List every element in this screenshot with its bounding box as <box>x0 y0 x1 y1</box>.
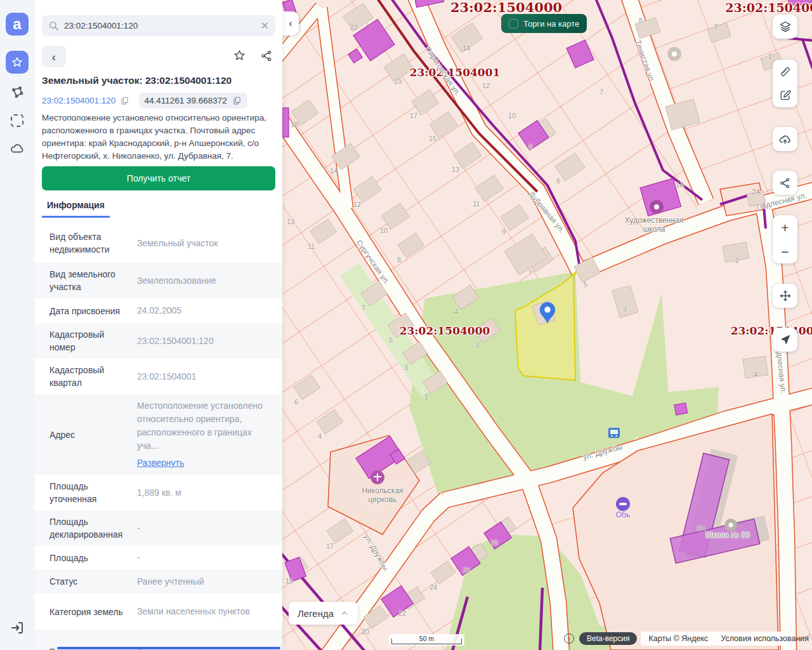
locate-icon <box>779 333 792 346</box>
exit-icon <box>10 620 25 635</box>
star-icon <box>11 56 23 69</box>
ruler-icon <box>779 65 792 78</box>
polygon-select-button[interactable] <box>6 81 29 104</box>
tab-information[interactable]: Информация <box>42 200 110 218</box>
app-logo[interactable]: a <box>6 13 29 36</box>
share-map-button[interactable] <box>773 171 797 195</box>
info-row-value: Землепользование <box>137 274 275 288</box>
pan-button[interactable] <box>773 284 797 308</box>
search-input[interactable] <box>64 21 256 30</box>
info-row: Площадь уточненная1,889 кв. м <box>34 475 282 510</box>
info-row: Вид земельного участкаЗемлепользование <box>34 263 282 298</box>
favorite-star-button[interactable] <box>230 46 249 67</box>
edit-button[interactable] <box>773 84 797 108</box>
expand-link[interactable]: Развернуть <box>137 456 275 470</box>
info-row-value: 1,889 кв. м <box>137 486 275 500</box>
upload-cloud-icon <box>778 133 792 146</box>
copy-icon[interactable] <box>232 95 242 106</box>
info-row: Кадастровый номер23:02:1504001:120 <box>34 323 282 359</box>
layers-icon <box>779 20 792 33</box>
info-row-label: Площадь уточненная <box>49 480 137 505</box>
info-row-label: Кадастровый номер <box>49 328 137 354</box>
clear-search-icon[interactable]: ✕ <box>261 21 269 31</box>
star-outline-icon <box>233 49 246 62</box>
cadastral-number-link[interactable]: 23:02:1504001:120 <box>42 96 115 105</box>
map-canvas[interactable]: 23:02:150400023:02:150400023:02:15040012… <box>282 0 812 650</box>
cloud-icon <box>10 141 25 156</box>
search-icon <box>48 20 59 31</box>
measure-edit-group <box>773 60 797 107</box>
search-bar: ✕ <box>42 15 275 36</box>
info-row-label: Площадь <box>49 552 137 564</box>
trades-checkbox[interactable] <box>509 19 518 29</box>
info-row-value: Местоположение установлено относительно … <box>137 399 275 470</box>
zoom-in-button[interactable]: + <box>773 215 797 239</box>
info-row-label: Адрес <box>49 428 137 441</box>
legend-button[interactable]: Легенда <box>289 602 358 625</box>
ruler-button[interactable] <box>773 60 797 84</box>
info-row-label: Кадастровый квартал <box>49 364 137 389</box>
edit-icon <box>779 89 792 102</box>
info-row-value: Земли населенных пунктов <box>137 605 275 618</box>
coordinates-badge: 44.411261 39.668372 <box>139 93 247 109</box>
info-row-value: - <box>137 522 275 535</box>
layers-button[interactable] <box>773 15 797 39</box>
share-button[interactable] <box>258 47 275 67</box>
favorites-button[interactable] <box>6 51 29 74</box>
maps-copyright: Карты © Яндекс <box>648 634 708 643</box>
terms-link[interactable]: Условия использования <box>721 634 809 643</box>
map-attribution: i Beta-версия Карты © Яндекс Условия исп… <box>564 631 789 646</box>
info-row: Площадь декларированная- <box>34 510 282 546</box>
scale-bar: 50 m <box>389 634 464 646</box>
exit-button[interactable] <box>6 616 29 639</box>
map-pin <box>538 301 557 329</box>
info-row-label: Дата присвоения <box>49 305 137 317</box>
zoom-group: + − <box>773 215 797 263</box>
report-button[interactable]: Получить отчет <box>42 166 275 190</box>
info-row-value: 24.02.2005 <box>137 304 275 317</box>
info-row-value: Земельный участок <box>137 237 275 250</box>
zoom-out-button[interactable]: − <box>773 239 797 263</box>
info-table: Вид объекта недвижимостиЗемельный участо… <box>34 223 282 650</box>
page-title: Земельный участок: 23:02:1504001:120 <box>42 75 232 86</box>
info-row: Площадь- <box>34 546 282 569</box>
info-row-label: Статус <box>49 575 137 588</box>
info-row-label: Категория земель <box>49 606 137 618</box>
cloud-button[interactable] <box>6 137 29 160</box>
identifier-badges: 23:02:1504001:120 44.411261 39.668372 <box>42 93 247 109</box>
chevron-up-icon <box>340 609 349 618</box>
info-row-label: Площадь декларированная <box>49 515 137 541</box>
info-row: АдресМестоположение установлено относите… <box>34 394 282 475</box>
info-row-value: 23:02:1504001 <box>137 370 275 383</box>
info-icon[interactable]: i <box>564 633 574 644</box>
info-row: Дата присвоения24.02.2005 <box>34 298 282 323</box>
scale-bracket <box>391 639 462 644</box>
beta-badge: Beta-версия <box>579 632 637 645</box>
copy-icon[interactable] <box>119 95 130 106</box>
collapse-sidebar-button[interactable]: ‹ <box>282 11 299 36</box>
info-row-value: Ранее учтенный <box>137 575 275 588</box>
info-row: Категория земельЗемли населенных пунктов <box>34 594 282 630</box>
left-rail: a <box>0 0 34 650</box>
info-row-label: Вид земельного участка <box>49 268 137 293</box>
area-select-icon <box>11 114 23 127</box>
polygon-select-icon <box>10 86 24 100</box>
share-icon <box>779 177 791 189</box>
info-row-value: 23:02:1504001:120 <box>137 335 275 348</box>
info-row: СтатусРанее учтенный <box>34 569 282 594</box>
area-select-button[interactable] <box>6 109 29 132</box>
upload-button[interactable] <box>773 127 797 151</box>
info-row-value: - <box>137 551 275 564</box>
trades-toggle[interactable]: Торги на карте <box>501 14 587 33</box>
back-button[interactable]: ‹ <box>42 46 66 67</box>
tab-bar: Информация <box>42 199 110 218</box>
locate-button[interactable] <box>773 328 797 352</box>
sidebar-scrollbar[interactable] <box>57 647 280 649</box>
info-row: Вид объекта недвижимостиЗемельный участо… <box>34 223 282 263</box>
info-row-label: Вид объекта недвижимости <box>49 230 137 256</box>
object-description: Местоположение установлено относительно … <box>42 112 277 162</box>
info-row: Кадастровый квартал23:02:1504001 <box>34 359 282 394</box>
sidebar-panel: ✕ ‹ Земельный участок: 23:02:1504001:120… <box>34 0 282 650</box>
object-actions: ‹ <box>42 46 275 67</box>
share-icon <box>260 50 273 62</box>
